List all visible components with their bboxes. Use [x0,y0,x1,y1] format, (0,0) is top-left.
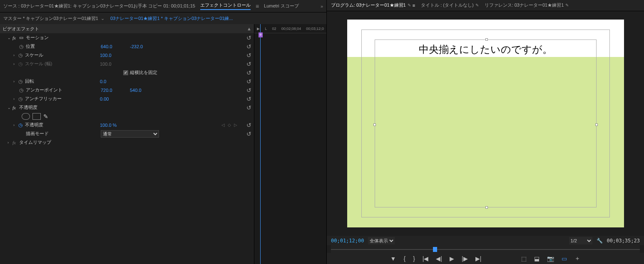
tab-program[interactable]: プログラム: 03ナレーター01★練習1 ✎ ≡ [331,2,415,8]
stopwatch-icon[interactable]: ◷ [18,96,25,102]
pencil-icon[interactable]: ✎ [408,3,411,7]
tab-lumetri-scopes[interactable]: Lumetri スコープ [264,3,299,9]
tab-source[interactable]: ソース : 03ナレーター01★練習1: キャプション03ナレーター01お手本 … [3,3,195,9]
stopwatch-icon[interactable]: ◷ [18,79,25,84]
go-to-out-icon[interactable]: ▶| [475,255,482,262]
fx-badge-icon[interactable]: fx [12,105,19,110]
overflow-arrow-icon[interactable]: » [321,4,323,9]
go-to-in-icon[interactable]: |◀ [423,255,429,262]
rotation-value[interactable]: 0.0 [100,79,129,84]
property-blend-mode[interactable]: 描画モード 通常 ↺ [0,129,254,138]
stopwatch-active-icon[interactable]: ◷ [18,122,25,128]
pen-mask-icon[interactable]: ✎ [43,113,48,120]
twisty-closed-icon[interactable]: › [13,53,18,57]
scrubber-playhead[interactable] [433,247,437,252]
transform-box-icon[interactable]: ▭ [19,35,26,40]
reset-icon[interactable]: ↺ [242,61,251,67]
property-scale[interactable]: › ◷ スケール 100.0 ↺ [0,51,254,59]
reset-icon[interactable]: ↺ [242,104,251,111]
tab-title[interactable]: タイトル : (タイトルなし) ✎ [421,2,479,8]
property-opacity[interactable]: › ◷ 不透明度 100.0 % ◁ ◇ ▷ ↺ [0,121,254,129]
ellipse-mask-icon[interactable] [22,113,30,120]
breadcrumb-sequence[interactable]: 03ナレーター01★練習1 * キャプション03ナレーター01練... [110,15,233,22]
tab-reference[interactable]: リファレンス: 03ナレーター01★練習1 ✎ [485,2,569,8]
playhead-line[interactable] [260,24,261,264]
effect-time-remap[interactable]: › fx タイムリマップ [0,138,254,147]
reset-icon[interactable]: ↺ [242,69,251,76]
twisty-closed-icon[interactable]: › [13,79,18,84]
program-scrubber[interactable] [331,245,640,253]
twisty-closed-icon[interactable]: › [7,141,12,145]
play-icon[interactable]: ▶ [450,255,454,262]
selection-handle[interactable] [373,123,376,126]
fx-badge-icon[interactable]: fx [12,140,19,145]
reset-icon[interactable]: ↺ [242,87,251,94]
tab-effect-controls[interactable]: エフェクトコントロール [200,2,251,10]
reset-icon[interactable]: ↺ [242,78,251,85]
zoom-level-select[interactable]: 全体表示 [368,237,395,244]
stopwatch-icon[interactable]: ◷ [19,44,26,49]
export-frame-icon[interactable]: 📷 [547,255,554,262]
current-timecode[interactable]: 00;01;12;00 [331,238,364,244]
property-anchor-point[interactable]: ◷ アンカーポイント 720.0 540.0 ↺ [0,86,254,94]
stopwatch-icon[interactable]: ◷ [18,52,25,58]
anti-flicker-value[interactable]: 0.00 [100,96,129,101]
property-rotation[interactable]: › ◷ 回転 0.0 ↺ [0,77,254,86]
anchor-y[interactable]: 540.0 [130,88,159,93]
reset-icon[interactable]: ↺ [242,131,251,137]
keyframe-navigator[interactable]: ◁ ◇ ▷ [217,123,242,127]
reset-icon[interactable]: ↺ [242,122,251,128]
twisty-open-icon[interactable]: ⌄ [7,106,12,110]
pencil-icon[interactable]: ✎ [475,3,479,7]
opacity-value[interactable]: 100.0 % [100,123,129,128]
button-editor-icon[interactable]: ＋ [574,255,580,262]
effect-opacity[interactable]: ⌄ fx 不透明度 ↺ [0,103,254,112]
reset-icon[interactable]: ↺ [242,43,251,50]
scale-value[interactable]: 100.0 [100,53,129,58]
scrubber-track[interactable] [331,249,640,250]
reset-icon[interactable]: ↺ [242,35,251,41]
step-back-icon[interactable]: ◀| [436,255,442,262]
effect-motion[interactable]: ⌄ fx ▭ モーション ↺ [0,33,254,42]
selection-handle[interactable] [595,123,598,126]
settings-wrench-icon[interactable]: 🔧 [597,238,603,244]
panel-menu-icon[interactable]: ≡ [256,3,259,10]
twisty-closed-icon[interactable]: › [13,123,18,127]
position-x[interactable]: 640.0 [101,44,130,49]
pencil-icon[interactable]: ✎ [565,3,569,7]
property-anti-flicker[interactable]: › ◷ アンチフリッカー 0.00 ↺ [0,94,254,103]
breadcrumb-master[interactable]: マスター * キャプション03ナレーター01練習1 [3,15,98,22]
step-forward-icon[interactable]: |▶ [462,255,468,262]
mark-out-icon[interactable]: } [413,255,415,262]
twisty-open-icon[interactable]: ⌄ [7,36,12,40]
effect-mini-timeline[interactable]: ▶ L 02 00;02;08;04 00;03;12;0 キ [254,24,326,264]
ruler-play-icon[interactable]: ▶ [257,27,260,31]
resolution-select[interactable]: 1/2 [569,237,592,244]
property-uniform-scale[interactable]: ✓ 縦横比を固定 ↺ [0,68,254,77]
video-canvas[interactable]: 中央揃えにしたいのですが。 [347,20,624,227]
anchor-x[interactable]: 720.0 [101,88,130,93]
video-effects-header: ビデオエフェクト ▲ [0,24,254,33]
add-marker-icon[interactable]: ▼ [390,255,396,262]
reset-icon[interactable]: ↺ [242,96,251,102]
compare-icon[interactable]: ▭ [562,255,567,262]
fx-badge-icon[interactable]: fx [12,35,19,40]
extract-icon[interactable]: ⬓ [534,255,540,262]
uniform-scale-checkbox[interactable]: ✓ [123,70,128,75]
playback-info-bar: 00;01;12;00 全体表示 1/2 🔧 00;03;35;23 [327,236,644,245]
selection-handle[interactable] [485,38,488,41]
selection-handle[interactable] [485,206,488,209]
timeline-ruler[interactable]: ▶ L 02 00;02;08;04 00;03;12;0 [254,24,326,33]
chevron-down-icon[interactable]: ⌄ [101,16,104,21]
panel-menu-icon[interactable]: ≡ [413,3,415,8]
rectangle-mask-icon[interactable] [32,113,41,120]
property-position[interactable]: ◷ 位置 640.0 -232.0 ↺ [0,42,254,51]
blend-mode-select[interactable]: 通常 [101,130,159,138]
reset-icon[interactable]: ↺ [242,52,251,59]
mark-in-icon[interactable]: { [403,255,405,262]
lift-icon[interactable]: ⬚ [521,255,527,262]
clip-marker[interactable]: キ [259,32,263,37]
position-y[interactable]: -232.0 [130,44,159,49]
stopwatch-icon[interactable]: ◷ [19,87,26,93]
twisty-closed-icon[interactable]: › [13,97,18,101]
